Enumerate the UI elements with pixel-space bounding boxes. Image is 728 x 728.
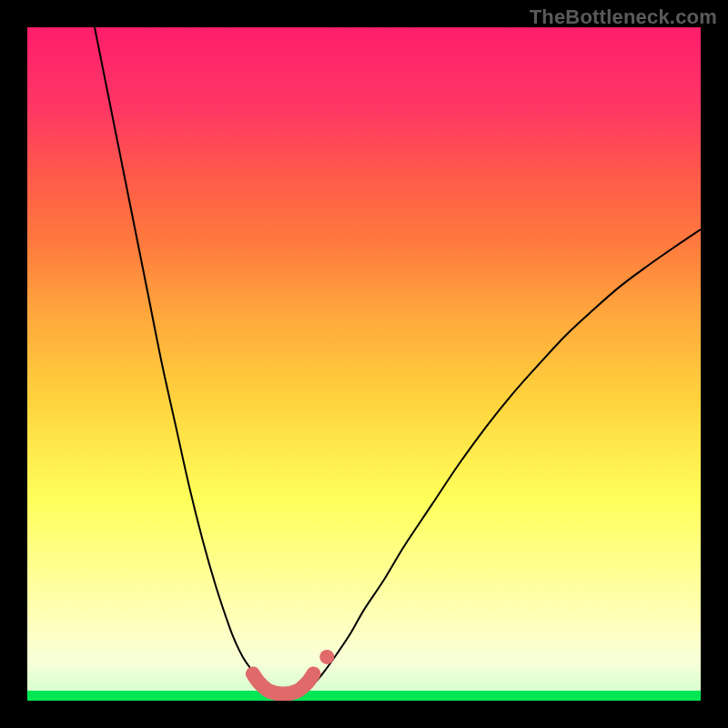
series-path-valley-highlight [253,673,314,693]
series-point-valley-dot [319,650,334,664]
series-path-right-branch [310,229,701,687]
series-path-left-branch [95,27,269,687]
watermark-label: TheBottleneck.com [530,5,717,29]
plot-area [27,27,701,701]
chart-root: TheBottleneck.com [0,0,728,728]
curves-svg [27,27,701,701]
